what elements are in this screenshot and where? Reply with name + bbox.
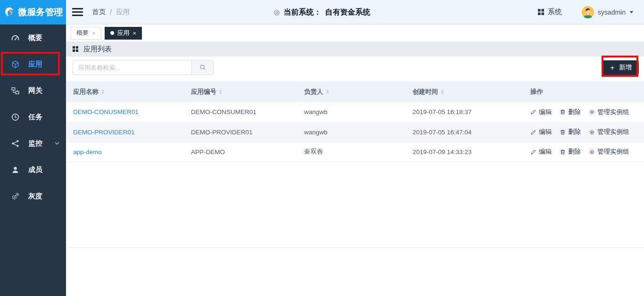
sidebar-item-gray[interactable]: 灰度 [0,183,66,209]
sidebar-item-label: 应用 [28,60,42,69]
app-name-link[interactable]: DEMO-PROVIDER01 [73,129,135,136]
grid-icon [538,9,544,15]
sidebar-item-members[interactable]: 成员 [0,156,66,183]
close-icon[interactable]: × [92,30,96,36]
table-row: DEMO-CONUSMER01DEMO-CONSUMER01wangwb2019… [66,102,644,122]
close-icon[interactable]: × [133,30,137,36]
add-button-label: 新增 [619,63,632,72]
tab-label: 应用 [117,29,130,37]
action-label: 管理实例组 [597,108,629,116]
action-label: 编辑 [539,108,552,116]
action-edit[interactable]: 编辑 [530,128,552,136]
app-table: 应用名称应用编号负责人创建时间操作 DEMO-CONUSMER01DEMO-CO… [66,82,644,162]
sidebar-item-tasks[interactable]: 任务 [0,104,66,130]
search-input[interactable] [73,60,191,75]
sidebar-item-label: 概要 [28,33,42,42]
plus-icon: ＋ [609,63,616,72]
pencil-icon [530,109,537,115]
sidebar-menu: 概要应用网关任务监控成员灰度 [0,25,66,209]
action-label: 管理实例组 [597,128,629,136]
gear-icon [589,149,595,155]
action-label: 删除 [568,108,581,116]
clock-icon [11,113,19,121]
owner-cell: wangwb [297,122,405,142]
action-manage[interactable]: 管理实例组 [589,148,629,156]
user-menu[interactable]: sysadmin [582,6,634,18]
pencil-icon [530,149,537,155]
username: sysadmin [598,8,626,16]
tab-overview[interactable]: 概要× [71,27,101,40]
top-header: 微服务管理 首页 / 应用 ◎ 当前系统：自有资金系统 系统 sysadmin [0,0,644,25]
owner-cell: wangwb [297,102,405,122]
sidebar-item-apps[interactable]: 应用 [0,51,66,77]
search-button[interactable] [191,60,214,75]
section-header: 应用列表 [66,41,644,57]
tab-apps[interactable]: 应用× [105,27,142,40]
current-system-value: 自有资金系统 [325,8,371,17]
search-icon [199,64,206,71]
column-label: 操作 [530,88,543,96]
action-label: 管理实例组 [597,148,629,156]
column-label: 负责人 [304,88,323,96]
created-cell: 2019-07-09 14:33:23 [405,142,523,162]
action-delete[interactable]: 删除 [560,108,581,116]
breadcrumb: 首页 / 应用 [92,8,130,16]
trash-icon [560,109,566,115]
nodes-icon [11,140,19,148]
app-name-link[interactable]: app-demo [73,148,102,156]
sort-icon[interactable] [101,90,104,94]
sidebar: 概要应用网关任务监控成员灰度 [0,25,66,296]
action-manage[interactable]: 管理实例组 [589,108,629,116]
column-header[interactable]: 负责人 [297,82,405,102]
system-menu[interactable]: 系统 [538,8,562,16]
action-delete[interactable]: 删除 [560,148,581,156]
app-code-cell: DEMO-CONSUMER01 [184,102,297,122]
gauge-icon [11,34,19,42]
sort-icon[interactable] [441,90,444,94]
content-divider [66,247,644,248]
sidebar-item-gateway[interactable]: 网关 [0,77,66,104]
app-name-link[interactable]: DEMO-CONUSMER01 [73,108,139,115]
owner-cell: 秦双春 [297,142,405,162]
column-header[interactable]: 创建时间 [405,82,523,102]
sidebar-item-overview[interactable]: 概要 [0,25,66,51]
table-row: DEMO-PROVIDER01DEMO-PROVIDER01wangwb2019… [66,122,644,142]
sidebar-item-monitor[interactable]: 监控 [0,130,66,156]
action-label: 删除 [568,128,581,136]
action-manage[interactable]: 管理实例组 [589,128,629,136]
grid-icon [73,46,78,52]
row-actions: 编辑删除管理实例组 [530,108,644,116]
breadcrumb-home[interactable]: 首页 [92,8,106,16]
tab-label: 概要 [76,29,89,37]
gear-icon [589,129,595,135]
app-code-cell: DEMO-PROVIDER01 [184,122,297,142]
eye-icon: ◎ [273,8,280,16]
add-button[interactable]: ＋ 新增 [602,60,639,75]
trash-icon [560,149,566,155]
created-cell: 2019-07-05 16:18:37 [405,102,523,122]
column-header[interactable]: 应用编号 [184,82,297,102]
app-code-cell: APP-DEMO [184,142,297,162]
action-edit[interactable]: 编辑 [530,108,552,116]
section-title: 应用列表 [83,45,112,54]
sidebar-item-label: 成员 [28,165,42,174]
action-label: 编辑 [539,128,552,136]
active-tab-dot [110,31,114,35]
action-delete[interactable]: 删除 [560,128,581,136]
hamburger-menu-icon[interactable] [72,8,83,16]
sidebar-item-label: 监控 [28,139,42,148]
column-header[interactable]: 应用名称 [66,82,184,102]
sidebar-item-label: 网关 [28,86,42,95]
chevron-down-icon [54,140,60,146]
sort-icon[interactable] [326,90,329,94]
current-system-label: 当前系统： [284,8,322,17]
action-edit[interactable]: 编辑 [530,148,552,156]
toolbar: ＋ 新增 [66,57,644,78]
column-header: 操作 [523,82,644,102]
caret-down-icon [629,10,634,14]
app-logo[interactable]: 微服务管理 [0,0,66,25]
row-actions: 编辑删除管理实例组 [530,128,644,136]
created-cell: 2019-07-05 16:47:04 [405,122,523,142]
system-menu-label: 系统 [548,8,562,16]
sort-icon[interactable] [219,90,222,94]
